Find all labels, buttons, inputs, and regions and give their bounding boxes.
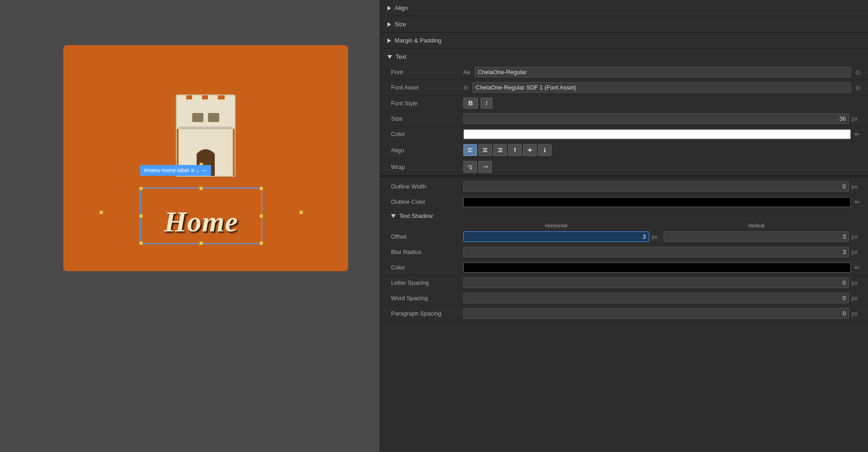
margin-padding-collapse-icon <box>387 38 391 43</box>
blur-radius-unit: px <box>852 249 861 255</box>
handle-top-mid[interactable] <box>199 187 203 190</box>
selection-overlay[interactable]: #menu-home-label ≡ ↓ ↔ Home <box>140 181 262 244</box>
svg-marker-22 <box>528 148 531 150</box>
italic-button[interactable]: I <box>481 98 492 108</box>
outline-color-eyedropper[interactable]: ✏ <box>854 198 861 207</box>
svg-rect-16 <box>498 148 502 149</box>
castle-illustration <box>156 54 255 181</box>
size-section: Size <box>380 16 868 33</box>
margin-padding-section-header[interactable]: Margin & Padding <box>380 33 868 48</box>
align-left-button[interactable] <box>463 144 477 156</box>
shadow-color-eyedropper[interactable]: ✏ <box>854 263 861 272</box>
outline-width-row: Outline Width px <box>380 179 868 194</box>
paragraph-spacing-row: Paragraph Spacing px <box>380 306 868 321</box>
offset-row: Offset px px <box>380 229 868 245</box>
svg-rect-7 <box>208 113 219 122</box>
horizontal-label: Horizontal <box>463 223 649 228</box>
font-row: Font Aa ⊙ <box>380 65 868 80</box>
wrap-on-button[interactable] <box>463 161 477 173</box>
blur-radius-row: Blur Radius px <box>380 245 868 260</box>
font-target-icon[interactable]: ⊙ <box>855 69 861 76</box>
text-shadow-header[interactable]: Text Shadow <box>380 210 868 222</box>
svg-rect-15 <box>483 151 487 152</box>
font-asset-target-icon[interactable]: ⊙ <box>855 84 861 91</box>
valign-bottom-button[interactable] <box>538 144 552 156</box>
svg-rect-14 <box>484 150 487 151</box>
element-toolbar[interactable]: #menu-home-label ≡ ↓ ↔ <box>140 165 211 176</box>
align-icon[interactable]: ≡ <box>191 167 194 174</box>
font-input[interactable] <box>475 67 851 77</box>
text-align-value <box>463 144 861 156</box>
outline-width-value: px <box>463 181 861 192</box>
offset-hv-headers-row: Horizontal Vertical <box>380 222 868 229</box>
outline-width-input[interactable] <box>463 181 849 192</box>
text-section-header[interactable]: Text <box>380 49 868 65</box>
anchor-icon[interactable]: ↓ <box>196 167 199 174</box>
letter-spacing-row: Letter Spacing px <box>380 275 868 291</box>
outline-divider <box>380 175 868 179</box>
svg-rect-10 <box>468 148 472 149</box>
valign-top-button[interactable] <box>508 144 522 156</box>
handle-bottom-right[interactable] <box>259 241 263 245</box>
handle-bottom-left[interactable] <box>139 241 143 245</box>
paragraph-spacing-input[interactable] <box>463 308 849 319</box>
handle-top-left[interactable] <box>139 187 143 190</box>
wrap-value <box>463 161 861 173</box>
selection-box: Home <box>140 188 262 244</box>
outline-color-swatch[interactable] <box>463 197 851 207</box>
align-center-button[interactable] <box>478 144 492 156</box>
wrap-off-button[interactable] <box>478 161 492 173</box>
vertical-label: Vertical <box>664 223 849 228</box>
spread-icon[interactable]: ↔ <box>201 167 208 174</box>
svg-rect-8 <box>179 127 233 129</box>
wrap-buttons <box>463 161 492 173</box>
outline-width-unit: px <box>852 184 861 190</box>
outline-width-label: Outline Width <box>391 183 463 190</box>
svg-marker-23 <box>528 151 531 152</box>
anchor-handle-left[interactable] <box>99 211 103 214</box>
shadow-color-value: ✏ <box>463 263 861 273</box>
text-color-swatch[interactable] <box>463 129 851 139</box>
handle-mid-right[interactable] <box>259 214 263 218</box>
svg-rect-12 <box>468 151 472 152</box>
outline-color-value: ✏ <box>463 197 861 207</box>
shadow-color-swatch[interactable] <box>463 263 851 273</box>
font-asset-input[interactable] <box>472 82 851 93</box>
offset-h-input[interactable] <box>463 231 649 242</box>
font-style-value: B I <box>463 98 861 108</box>
text-color-value: ✏ <box>463 129 861 139</box>
size-section-header[interactable]: Size <box>380 16 868 32</box>
align-section-header[interactable]: Align <box>380 0 868 16</box>
bold-button[interactable]: B <box>463 98 478 108</box>
offset-value: px px <box>463 231 861 242</box>
text-color-label: Color <box>391 131 463 137</box>
align-section-label: Align <box>395 5 408 11</box>
offset-label: Offset <box>391 233 463 240</box>
home-text-display: Home <box>164 205 238 239</box>
valign-middle-button[interactable] <box>523 144 537 156</box>
offset-h-unit: px <box>652 234 661 240</box>
anchor-handle-right[interactable] <box>299 211 303 214</box>
svg-rect-21 <box>528 150 532 151</box>
text-size-row: Size px <box>380 111 868 127</box>
letter-spacing-input[interactable] <box>463 278 849 288</box>
handle-mid-left[interactable] <box>139 214 143 218</box>
handle-bottom-mid[interactable] <box>199 241 203 245</box>
handle-top-right[interactable] <box>259 187 263 190</box>
text-shadow-collapse-icon <box>391 214 396 218</box>
element-name-label: #menu-home-label <box>144 167 189 174</box>
outline-color-label: Outline Color <box>391 198 463 205</box>
word-spacing-input[interactable] <box>463 293 849 303</box>
svg-rect-4 <box>208 95 218 108</box>
text-color-eyedropper[interactable]: ✏ <box>854 130 861 139</box>
game-scene: #menu-home-label ≡ ↓ ↔ Home <box>63 45 348 271</box>
blur-radius-input[interactable] <box>463 247 849 257</box>
text-size-value: px <box>463 113 861 124</box>
text-size-input[interactable] <box>463 113 849 124</box>
text-collapse-icon <box>387 55 392 59</box>
offset-v-input[interactable] <box>664 231 849 242</box>
letter-spacing-label: Letter Spacing <box>391 279 463 286</box>
align-right-button[interactable] <box>493 144 507 156</box>
svg-rect-6 <box>192 113 203 122</box>
align-section: Align <box>380 0 868 16</box>
